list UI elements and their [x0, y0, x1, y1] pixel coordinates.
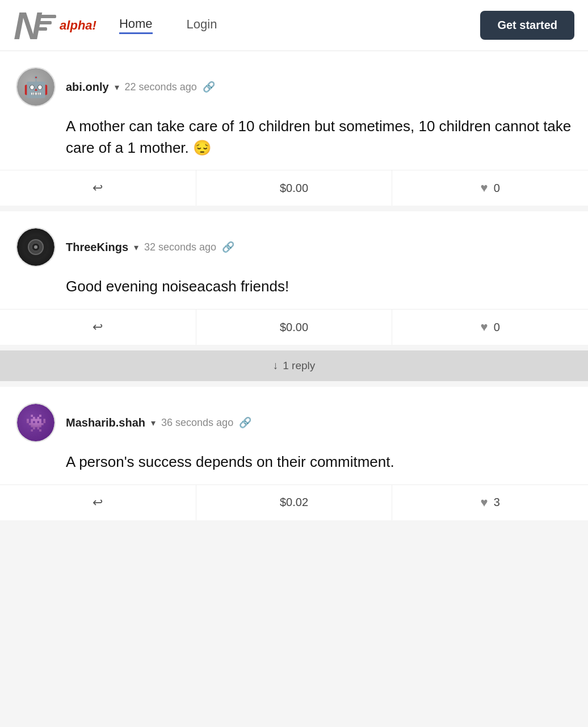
post-card: 👾 Masharib.shah ▾ 36 seconds ago 🔗 A per… — [0, 387, 588, 520]
nav-home[interactable]: Home — [119, 16, 153, 34]
post-card: 🤖 abi.only ▾ 22 seconds ago 🔗 A mother c… — [0, 51, 588, 206]
logo-letter: N — [14, 6, 39, 45]
tip-amount: $0.00 — [280, 182, 308, 195]
reply-icon: ↩ — [93, 495, 103, 510]
post-content: A person's success depends on their comm… — [16, 452, 572, 473]
post-meta: ThreeKings ▾ 32 seconds ago 🔗 — [66, 241, 234, 254]
link-icon[interactable]: 🔗 — [222, 241, 234, 253]
avatar — [16, 227, 56, 267]
chevron-down-icon: ▾ — [151, 417, 156, 428]
camera-svg — [23, 235, 48, 260]
post-username[interactable]: Masharib.shah — [66, 416, 145, 429]
heart-icon: ♥ — [481, 181, 488, 195]
reply-button[interactable]: ↩ — [0, 485, 196, 520]
link-icon[interactable]: 🔗 — [203, 81, 215, 93]
post-actions: ↩ $0.00 ♥ 0 — [0, 170, 588, 206]
like-count: 0 — [494, 182, 500, 195]
reply-icon: ↩ — [93, 181, 103, 195]
feed: 🤖 abi.only ▾ 22 seconds ago 🔗 A mother c… — [0, 51, 588, 520]
reply-count-label: 1 reply — [283, 360, 315, 372]
chevron-down-icon: ▾ — [134, 242, 138, 253]
post-time: 32 seconds ago — [144, 241, 216, 253]
logo-area: N alpha! — [14, 6, 96, 45]
post-username[interactable]: abi.only — [66, 81, 109, 94]
arrow-down-icon: ↓ — [273, 360, 279, 372]
post-header: 👾 Masharib.shah ▾ 36 seconds ago 🔗 — [16, 403, 572, 442]
svg-point-3 — [34, 245, 37, 249]
nav-right: Get started — [480, 11, 574, 40]
like-button[interactable]: ♥ 0 — [392, 170, 588, 206]
post-actions: ↩ $0.00 ♥ 0 — [0, 309, 588, 345]
post-card: ThreeKings ▾ 32 seconds ago 🔗 Good eveni… — [0, 211, 588, 345]
logo-bar-2 — [38, 21, 52, 24]
avatar-image: 🤖 — [17, 68, 54, 106]
like-count: 0 — [494, 321, 500, 334]
reply-icon: ↩ — [93, 320, 103, 335]
post-header: 🤖 abi.only ▾ 22 seconds ago 🔗 — [16, 67, 572, 107]
post-meta-row: Masharib.shah ▾ 36 seconds ago 🔗 — [66, 416, 251, 429]
like-button[interactable]: ♥ 0 — [392, 310, 588, 345]
post-meta-row: ThreeKings ▾ 32 seconds ago 🔗 — [66, 241, 234, 254]
tip-button[interactable]: $0.00 — [196, 310, 393, 345]
navbar: N alpha! Home Login Get started — [0, 0, 588, 51]
avatar-image — [17, 228, 54, 266]
get-started-button[interactable]: Get started — [480, 11, 574, 40]
tip-amount: $0.02 — [280, 496, 308, 509]
post-content: Good evening noiseacash friends! — [16, 276, 572, 298]
reply-button[interactable]: ↩ — [0, 170, 196, 206]
logo-bars — [38, 15, 56, 31]
heart-icon: ♥ — [481, 495, 488, 510]
chevron-down-icon: ▾ — [115, 82, 119, 93]
post-time: 22 seconds ago — [125, 81, 197, 93]
logo-bar-3 — [38, 27, 47, 31]
like-button[interactable]: ♥ 3 — [392, 485, 588, 520]
post-meta-row: abi.only ▾ 22 seconds ago 🔗 — [66, 81, 215, 94]
reply-bar[interactable]: ↓ 1 reply — [0, 350, 588, 381]
post-username[interactable]: ThreeKings — [66, 241, 128, 254]
post-meta: abi.only ▾ 22 seconds ago 🔗 — [66, 81, 215, 94]
nav-login[interactable]: Login — [187, 17, 217, 34]
avatar-image: 👾 — [17, 404, 54, 441]
link-icon[interactable]: 🔗 — [239, 416, 251, 429]
tip-button[interactable]: $0.02 — [196, 485, 393, 520]
avatar: 🤖 — [16, 67, 56, 107]
avatar: 👾 — [16, 403, 56, 442]
post-actions: ↩ $0.02 ♥ 3 — [0, 484, 588, 520]
like-count: 3 — [494, 496, 500, 509]
logo-bar-1 — [38, 15, 56, 18]
tip-amount: $0.00 — [280, 321, 308, 334]
post-meta: Masharib.shah ▾ 36 seconds ago 🔗 — [66, 416, 251, 429]
post-header: ThreeKings ▾ 32 seconds ago 🔗 — [16, 227, 572, 267]
logo-alpha: alpha! — [60, 18, 96, 33]
tip-button[interactable]: $0.00 — [196, 170, 393, 206]
nav-links: Home Login — [119, 16, 481, 34]
post-content: A mother can take care of 10 children bu… — [16, 116, 572, 158]
heart-icon: ♥ — [481, 320, 488, 335]
reply-button[interactable]: ↩ — [0, 310, 196, 345]
post-time: 36 seconds ago — [161, 417, 233, 429]
